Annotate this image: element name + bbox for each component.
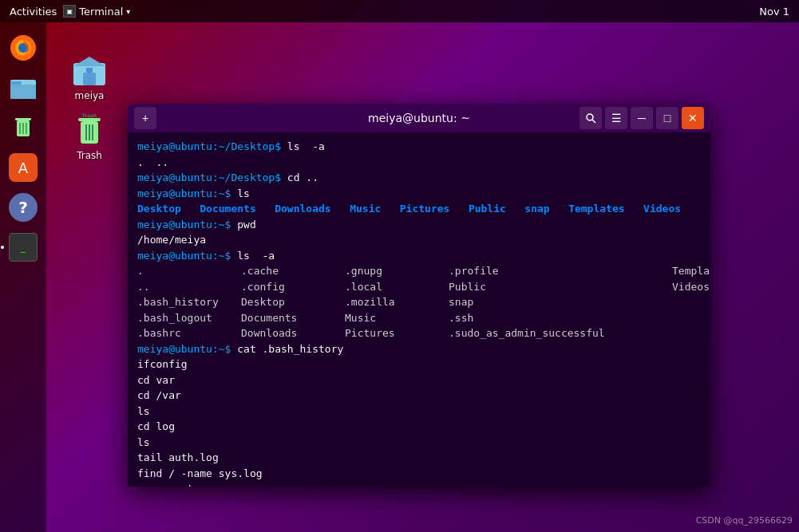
terminal-indicator[interactable]: ▣ Terminal ▾ — [63, 5, 130, 18]
desktop-icon-meiya[interactable]: meiya — [57, 52, 121, 101]
term-line-cat: meiya@ubuntu:~$ cat .bash_history — [137, 341, 701, 357]
terminal-dropdown-arrow[interactable]: ▾ — [126, 7, 130, 16]
term-line-6: meiya@ubuntu:~$ pwd — [137, 217, 701, 233]
new-tab-button[interactable]: + — [134, 107, 156, 129]
svg-rect-15 — [78, 118, 101, 121]
search-button[interactable] — [579, 107, 602, 129]
term-line-4: meiya@ubuntu:~$ ls — [137, 186, 701, 202]
terminal-title: meiya@ubuntu: ~ — [368, 112, 470, 124]
maximize-button[interactable]: □ — [656, 107, 678, 129]
term-bash-5: cd log — [137, 419, 701, 435]
term-bash-2: cd var — [137, 372, 701, 388]
trash-dock-icon — [9, 113, 38, 142]
svg-point-21 — [587, 114, 593, 120]
term-ls-row2: ...config.localPublicVideos — [137, 279, 701, 295]
trash-desktop-icon: Trash — [70, 112, 109, 147]
top-bar: Activities ▣ Terminal ▾ Nov 1 — [0, 0, 799, 22]
help-icon: ? — [9, 193, 38, 222]
term-bash-4: ls — [137, 404, 701, 420]
term-line-7: /home/meiya — [137, 232, 701, 248]
trash-icon-label: Trash — [77, 150, 102, 161]
desktop-icon-trash[interactable]: Trash Trash — [57, 112, 121, 161]
svg-text:Trash: Trash — [82, 112, 97, 118]
files-icon — [9, 73, 38, 102]
term-bash-1: ifconfig — [137, 357, 701, 372]
home-folder-icon — [70, 52, 109, 87]
term-line-3: meiya@ubuntu:~/Desktop$ cd .. — [137, 170, 701, 186]
datetime: Nov 1 — [759, 6, 789, 18]
svg-rect-13 — [83, 73, 96, 85]
term-line-8: meiya@ubuntu:~$ ls -a — [137, 248, 701, 264]
term-ls-row5: .bashrcDownloadsPictures.sudo_as_admin_s… — [137, 325, 701, 341]
term-line-2: . .. — [137, 155, 701, 171]
term-ls-row3: .bash_historyDesktop.mozillasnap — [137, 294, 701, 310]
terminal-taskbar-label: Terminal — [79, 6, 123, 18]
term-bash-6: ls — [137, 435, 701, 451]
terminal-dock-icon: _ — [9, 233, 38, 262]
svg-line-22 — [592, 120, 595, 123]
appstore-icon: A — [9, 153, 38, 182]
dock: A ? _ — [0, 22, 46, 532]
svg-rect-4 — [10, 81, 22, 85]
term-ls-row4: .bash_logoutDocumentsMusic.ssh — [137, 310, 701, 326]
minimize-button[interactable]: ─ — [631, 107, 653, 129]
dock-item-trash[interactable] — [6, 110, 41, 145]
title-bar-left: + — [134, 107, 156, 129]
firefox-icon — [9, 33, 38, 62]
dock-item-terminal[interactable]: _ — [6, 230, 41, 265]
term-line-1: meiya@ubuntu:~/Desktop$ ls -a — [137, 139, 701, 155]
terminal-window: + meiya@ubuntu: ~ ☰ ─ □ ✕ meiya@ubuntu:~… — [128, 104, 710, 487]
svg-rect-14 — [86, 68, 93, 73]
title-bar: + meiya@ubuntu: ~ ☰ ─ □ ✕ — [128, 104, 710, 132]
dock-item-firefox[interactable] — [6, 30, 41, 65]
svg-rect-6 — [10, 85, 36, 99]
meiya-icon-label: meiya — [75, 90, 105, 101]
terminal-body[interactable]: meiya@ubuntu:~/Desktop$ ls -a . .. meiya… — [128, 132, 710, 487]
term-bash-3: cd /var — [137, 388, 701, 404]
activities-button[interactable]: Activities — [10, 6, 57, 18]
dock-item-appstore[interactable]: A — [6, 150, 41, 185]
terminal-taskbar-icon: ▣ — [63, 5, 76, 18]
close-button[interactable]: ✕ — [682, 107, 704, 129]
dock-item-help[interactable]: ? — [6, 190, 41, 225]
term-ls-row1: ..cache.gnupg.profileTemplates — [137, 263, 701, 279]
term-bash-8: find / -name sys.log — [137, 466, 701, 482]
search-icon — [585, 112, 596, 124]
term-bash-7: tail auth.log — [137, 450, 701, 466]
top-bar-left: Activities ▣ Terminal ▾ — [10, 5, 130, 18]
hamburger-button[interactable]: ☰ — [605, 107, 627, 129]
term-line-5: Desktop Documents Downloads Music Pictur… — [137, 201, 701, 217]
window-controls: ☰ ─ □ ✕ — [579, 107, 704, 129]
dock-item-files[interactable] — [6, 70, 41, 105]
svg-rect-7 — [15, 118, 31, 120]
watermark: CSDN @qq_29566629 — [696, 515, 793, 526]
term-bash-9: su - root — [137, 481, 701, 487]
